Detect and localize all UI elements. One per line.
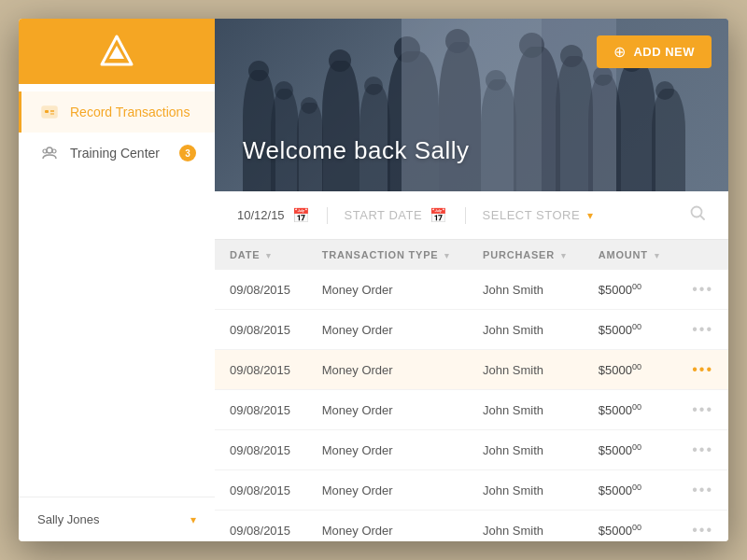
col-amount: AMOUNT ▾ <box>584 240 676 270</box>
chevron-down-icon: ▾ <box>190 513 196 526</box>
search-icon <box>689 204 706 221</box>
start-date-label[interactable]: START DATE <box>345 208 423 222</box>
filter-bar: 10/12/15 📅 START DATE 📅 SELECT STORE ▾ <box>215 191 728 240</box>
cell-date: 09/08/2015 <box>215 511 307 542</box>
row-actions-button[interactable]: ••• <box>692 361 713 377</box>
cell-amount: $500000 <box>584 390 676 430</box>
cell-purchaser: John Smith <box>468 350 584 390</box>
training-center-badge: 3 <box>179 145 196 161</box>
cell-purchaser: John Smith <box>468 390 584 430</box>
sidebar-logo <box>19 19 215 84</box>
col-transaction-type: TRANSACTION TYPE ▾ <box>307 240 468 270</box>
purchaser-sort-icon[interactable]: ▾ <box>561 251 567 260</box>
sidebar-nav: Record Transactions Training Center 3 <box>19 84 215 497</box>
row-actions-button[interactable]: ••• <box>692 441 713 457</box>
cell-date: 09/08/2015 <box>215 270 307 310</box>
svg-point-6 <box>47 147 52 153</box>
amount-sort-icon[interactable]: ▾ <box>655 251 660 260</box>
cell-purchaser: John Smith <box>468 430 584 470</box>
cell-amount: $500000 <box>584 350 676 390</box>
sidebar-item-training-center[interactable]: Training Center 3 <box>19 133 215 174</box>
cell-actions: ••• <box>676 350 728 390</box>
logo-icon <box>96 31 137 72</box>
row-actions-button[interactable]: ••• <box>692 281 713 297</box>
row-actions-button[interactable]: ••• <box>692 401 713 417</box>
row-actions-button[interactable]: ••• <box>692 482 713 497</box>
sidebar-item-record-transactions[interactable]: Record Transactions <box>19 91 215 133</box>
cell-date: 09/08/2015 <box>215 350 307 390</box>
cell-date: 09/08/2015 <box>215 470 307 511</box>
training-center-icon <box>40 144 59 162</box>
search-button[interactable] <box>689 204 706 226</box>
cell-actions: ••• <box>676 430 728 470</box>
hero-banner: ⊕ ADD NEW Welcome back Sally <box>215 19 728 191</box>
table-header-row: DATE ▾ TRANSACTION TYPE ▾ PURCHASER ▾ <box>215 240 728 270</box>
add-new-label: ADD NEW <box>633 45 695 59</box>
table-row: 09/08/2015 Money Order John Smith $50000… <box>215 430 728 470</box>
cell-transaction-type: Money Order <box>307 350 468 390</box>
date-sort-icon[interactable]: ▾ <box>266 251 272 260</box>
table-row: 09/08/2015 Money Order John Smith $50000… <box>215 350 728 390</box>
app-container: Record Transactions Training Center 3 Sa… <box>19 19 728 541</box>
training-center-label: Training Center <box>70 146 160 161</box>
cell-transaction-type: Money Order <box>307 390 468 430</box>
cell-date: 09/08/2015 <box>215 310 307 350</box>
transactions-table: DATE ▾ TRANSACTION TYPE ▾ PURCHASER ▾ <box>215 240 728 541</box>
filter-date-section: 10/12/15 📅 <box>237 207 328 224</box>
add-new-button[interactable]: ⊕ ADD NEW <box>597 35 712 68</box>
table-row: 09/08/2015 Money Order John Smith $50000… <box>215 390 728 430</box>
table-row: 09/08/2015 Money Order John Smith $50000… <box>215 470 728 511</box>
cell-amount: $500000 <box>584 270 676 310</box>
main-content: ⊕ ADD NEW Welcome back Sally 10/12/15 📅 … <box>215 19 728 541</box>
col-date: DATE ▾ <box>215 240 307 270</box>
cell-date: 09/08/2015 <box>215 390 307 430</box>
svg-point-7 <box>43 149 47 153</box>
cell-actions: ••• <box>676 270 728 310</box>
cell-purchaser: John Smith <box>468 470 584 511</box>
cell-amount: $500000 <box>584 310 676 350</box>
cell-purchaser: John Smith <box>468 270 584 310</box>
hero-welcome-text: Welcome back Sally <box>243 136 470 165</box>
transactions-table-area: DATE ▾ TRANSACTION TYPE ▾ PURCHASER ▾ <box>215 240 728 541</box>
svg-rect-3 <box>45 110 49 113</box>
record-transactions-label: Record Transactions <box>70 105 190 119</box>
cell-purchaser: John Smith <box>468 511 584 542</box>
cell-amount: $500000 <box>584 430 676 470</box>
sidebar: Record Transactions Training Center 3 Sa… <box>19 19 215 541</box>
cell-transaction-type: Money Order <box>307 470 468 511</box>
sidebar-footer[interactable]: Sally Jones ▾ <box>19 497 215 541</box>
col-purchaser: PURCHASER ▾ <box>468 240 584 270</box>
cell-actions: ••• <box>676 390 728 430</box>
cell-transaction-type: Money Order <box>307 430 468 470</box>
cell-transaction-type: Money Order <box>307 270 468 310</box>
cell-transaction-type: Money Order <box>307 511 468 542</box>
add-icon: ⊕ <box>613 43 627 61</box>
record-transactions-icon <box>40 103 59 121</box>
row-actions-button[interactable]: ••• <box>692 321 713 337</box>
cell-date: 09/08/2015 <box>215 430 307 470</box>
cell-transaction-type: Money Order <box>307 310 468 350</box>
store-dropdown-arrow-icon[interactable]: ▾ <box>587 209 594 222</box>
svg-line-10 <box>700 216 704 219</box>
table-row: 09/08/2015 Money Order John Smith $50000… <box>215 310 728 350</box>
calendar-icon[interactable]: 📅 <box>292 207 310 224</box>
filter-store-section: SELECT STORE ▾ <box>483 208 689 222</box>
filter-start-date-section: START DATE 📅 <box>345 207 466 224</box>
svg-rect-2 <box>42 106 57 118</box>
transaction-type-sort-icon[interactable]: ▾ <box>444 251 450 260</box>
col-actions <box>676 240 728 270</box>
start-date-calendar-icon[interactable]: 📅 <box>430 207 448 224</box>
row-actions-button[interactable]: ••• <box>692 522 713 538</box>
date-value[interactable]: 10/12/15 <box>237 208 285 222</box>
cell-actions: ••• <box>676 310 728 350</box>
svg-point-8 <box>52 149 56 153</box>
select-store-label[interactable]: SELECT STORE <box>483 208 581 222</box>
table-row: 09/08/2015 Money Order John Smith $50000… <box>215 511 728 542</box>
cell-actions: ••• <box>676 470 728 511</box>
table-row: 09/08/2015 Money Order John Smith $50000… <box>215 270 728 310</box>
cell-amount: $500000 <box>584 470 676 511</box>
cell-amount: $500000 <box>584 511 676 542</box>
cell-actions: ••• <box>676 511 728 542</box>
user-name: Sally Jones <box>37 512 99 526</box>
cell-purchaser: John Smith <box>468 310 584 350</box>
